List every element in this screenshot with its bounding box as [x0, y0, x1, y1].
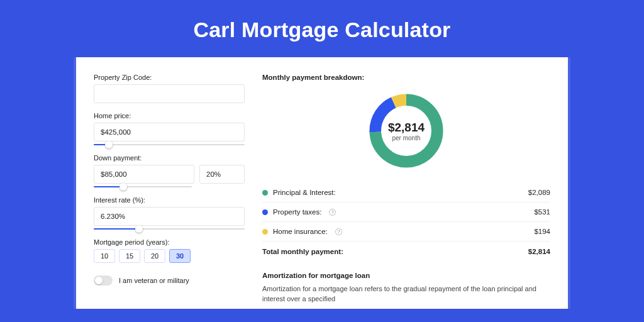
breakdown-heading: Monthly payment breakdown:	[262, 74, 550, 81]
legend-row-1: Property taxes:?$531	[262, 203, 550, 222]
veteran-toggle-knob	[95, 277, 103, 284]
legend-value: $194	[534, 228, 550, 235]
period-option-15[interactable]: 15	[119, 249, 140, 263]
home-price-slider[interactable]	[94, 144, 245, 145]
down-payment-block: Down payment:	[94, 154, 245, 187]
info-icon[interactable]: ?	[329, 209, 336, 216]
period-option-10[interactable]: 10	[94, 249, 115, 263]
form-column: Property Zip Code: Home price: Down paym…	[94, 74, 245, 309]
total-line: Total monthly payment: $2,814	[262, 242, 550, 264]
legend-value: $531	[534, 208, 550, 216]
down-payment-slider[interactable]	[94, 186, 192, 187]
legend-label: Principal & Interest:	[273, 189, 336, 196]
zip-field-block: Property Zip Code:	[94, 74, 245, 103]
period-option-30[interactable]: 30	[169, 249, 191, 263]
info-icon[interactable]: ?	[335, 228, 342, 235]
home-price-slider-thumb[interactable]	[105, 141, 113, 148]
page-title: Carl Mortgage Calculator	[0, 0, 644, 57]
legend: Principal & Interest:$2,089Property taxe…	[262, 183, 550, 242]
home-price-block: Home price:	[94, 112, 245, 145]
legend-value: $2,089	[528, 189, 550, 196]
total-label: Total monthly payment:	[262, 248, 343, 255]
down-payment-slider-thumb[interactable]	[119, 183, 127, 191]
legend-dot-icon	[262, 190, 268, 196]
legend-row-2: Home insurance:?$194	[262, 222, 550, 242]
home-price-label: Home price:	[94, 112, 245, 119]
down-payment-pct-input[interactable]	[199, 165, 245, 184]
amortization-heading: Amortization for mortgage loan	[262, 272, 550, 279]
zip-label: Property Zip Code:	[94, 74, 245, 81]
interest-rate-input[interactable]	[94, 207, 245, 226]
interest-rate-slider-thumb[interactable]	[135, 225, 143, 233]
donut-sub: per month	[392, 135, 420, 142]
total-value: $2,814	[528, 248, 550, 255]
period-block: Mortgage period (years): 10152030	[94, 238, 245, 263]
donut-chart-wrap: $2,814 per month	[262, 90, 550, 172]
result-column: Monthly payment breakdown: $2,814 per mo…	[262, 74, 550, 309]
donut-center: $2,814 per month	[365, 90, 447, 172]
period-options: 10152030	[94, 249, 245, 263]
legend-label: Home insurance:	[273, 228, 328, 235]
interest-rate-label: Interest rate (%):	[94, 196, 245, 204]
donut-amount: $2,814	[388, 121, 425, 135]
down-payment-slider-fill	[94, 186, 123, 187]
veteran-toggle[interactable]	[94, 275, 113, 286]
zip-input[interactable]	[94, 84, 245, 103]
interest-rate-slider-fill	[94, 228, 139, 230]
donut-chart: $2,814 per month	[365, 90, 447, 172]
interest-rate-block: Interest rate (%):	[94, 196, 245, 230]
calculator-panel: Property Zip Code: Home price: Down paym…	[76, 57, 568, 309]
legend-dot-icon	[262, 209, 268, 215]
down-payment-input[interactable]	[94, 165, 194, 184]
veteran-row: I am veteran or military	[94, 275, 245, 286]
amortization-body: Amortization for a mortgage loan refers …	[262, 284, 550, 304]
period-label: Mortgage period (years):	[94, 238, 245, 246]
home-price-input[interactable]	[94, 123, 245, 142]
legend-label: Property taxes:	[273, 208, 321, 216]
interest-rate-slider[interactable]	[94, 228, 245, 230]
legend-row-0: Principal & Interest:$2,089	[262, 183, 550, 203]
down-payment-label: Down payment:	[94, 154, 245, 162]
calculator-panel-shadow: Property Zip Code: Home price: Down paym…	[74, 57, 570, 309]
veteran-label: I am veteran or military	[119, 277, 189, 284]
legend-dot-icon	[262, 229, 268, 235]
period-option-20[interactable]: 20	[144, 249, 165, 263]
